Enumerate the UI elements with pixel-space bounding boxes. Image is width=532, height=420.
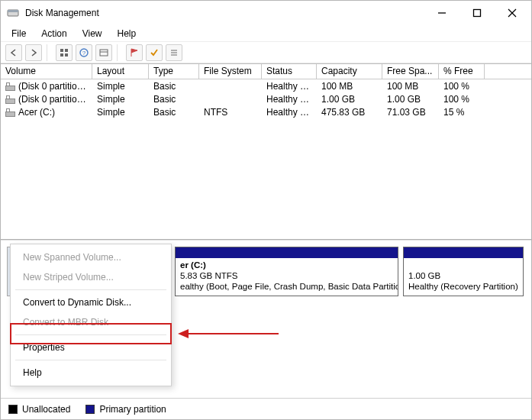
partition-size: 1.00 GB	[408, 271, 440, 280]
window-title: Disk Management	[25, 8, 99, 18]
cell-type: Basic	[149, 94, 199, 105]
legend-primary: Primary partition	[85, 404, 166, 415]
toolbar-view-icon[interactable]	[56, 44, 73, 61]
partition-title: er (C:)	[180, 260, 206, 270]
disk-graphic-area: er (C:) 5.83 GB NTFS ealthy (Boot, Page …	[1, 240, 531, 419]
partition-body: 1.00 GB Healthy (Recovery Partition)	[404, 258, 523, 296]
svg-rect-9	[65, 53, 68, 57]
menu-new-spanned[interactable]: New Spanned Volume...	[11, 247, 171, 267]
back-button[interactable]	[5, 44, 22, 61]
cell-pct: 100 %	[439, 94, 485, 105]
cell-layout: Simple	[92, 81, 149, 92]
cell-volume: (Disk 0 partition 1)	[18, 81, 92, 92]
toolbar-separator	[117, 44, 121, 61]
toolbar-check-icon[interactable]	[146, 44, 163, 61]
cell-type: Basic	[149, 107, 199, 118]
legend-swatch-blue	[85, 405, 95, 414]
svg-text:?: ?	[82, 50, 86, 57]
partition-status: Healthy (Recovery Partition)	[408, 282, 518, 291]
menu-help[interactable]: Help	[111, 27, 143, 40]
toolbar-settings-icon[interactable]	[95, 44, 112, 61]
table-row[interactable]: (Disk 0 partition 4) Simple Basic Health…	[1, 92, 531, 105]
cell-volume: Acer (C:)	[18, 107, 55, 118]
cell-free: 1.00 GB	[382, 94, 439, 105]
menu-view[interactable]: View	[76, 27, 108, 40]
menu-convert-dynamic[interactable]: Convert to Dynamic Disk...	[11, 292, 171, 312]
maximize-button[interactable]	[459, 1, 495, 25]
arrow-head-icon	[178, 329, 189, 338]
col-freespace[interactable]: Free Spa...	[382, 64, 439, 79]
col-filesystem[interactable]: File System	[199, 64, 262, 79]
forward-button[interactable]	[25, 44, 42, 61]
col-status[interactable]: Status	[262, 64, 317, 79]
title-bar: Disk Management	[1, 1, 531, 25]
partition-header	[404, 247, 523, 258]
cell-layout: Simple	[92, 107, 149, 118]
toolbar-flag-icon[interactable]	[126, 44, 143, 61]
partition-box-main[interactable]: er (C:) 5.83 GB NTFS ealthy (Boot, Page …	[175, 247, 398, 296]
cell-pct: 15 %	[439, 107, 485, 118]
legend-swatch-black	[8, 405, 18, 414]
cell-type: Basic	[149, 81, 199, 92]
volume-icon	[5, 82, 15, 91]
cell-fs: NTFS	[199, 107, 262, 118]
legend-label: Primary partition	[99, 404, 166, 415]
partition-header	[176, 247, 398, 258]
partition-box-recovery[interactable]: 1.00 GB Healthy (Recovery Partition)	[403, 247, 524, 296]
legend-label: Unallocated	[22, 404, 70, 415]
col-volume[interactable]: Volume	[1, 64, 92, 79]
cell-capacity: 475.83 GB	[317, 107, 382, 118]
col-layout[interactable]: Layout	[92, 64, 149, 79]
col-capacity[interactable]: Capacity	[317, 64, 382, 79]
menu-action[interactable]: Action	[35, 27, 73, 40]
partition-size: 5.83 GB NTFS	[180, 271, 237, 280]
menu-bar: File Action View Help	[1, 25, 531, 42]
column-headers: Volume Layout Type File System Status Ca…	[1, 64, 531, 79]
volume-icon	[5, 108, 15, 117]
menu-help[interactable]: Help	[11, 363, 171, 383]
svg-rect-7	[65, 49, 68, 52]
cell-volume: (Disk 0 partition 4)	[18, 94, 92, 105]
menu-separator	[15, 360, 166, 360]
col-pctfree[interactable]: % Free	[439, 64, 485, 79]
app-icon	[7, 7, 19, 19]
cell-capacity: 1.00 GB	[317, 94, 382, 105]
svg-rect-3	[474, 10, 481, 17]
menu-separator	[15, 289, 166, 290]
minimize-button[interactable]	[424, 1, 459, 25]
legend: Unallocated Primary partition	[1, 398, 531, 419]
svg-rect-1	[8, 10, 18, 12]
cell-free: 100 MB	[382, 81, 439, 92]
cell-layout: Simple	[92, 94, 149, 105]
partition-status: ealthy (Boot, Page File, Crash Dump, Bas…	[180, 282, 398, 291]
menu-file[interactable]: File	[5, 27, 32, 40]
close-button[interactable]	[495, 1, 530, 25]
svg-rect-6	[60, 49, 63, 52]
cell-free: 71.03 GB	[382, 107, 439, 118]
context-menu: New Spanned Volume... New Striped Volume…	[10, 244, 172, 386]
cell-status: Healthy (B...	[262, 107, 317, 118]
volume-icon	[5, 95, 15, 104]
arrow-annotation	[178, 329, 279, 338]
table-row[interactable]: Acer (C:) Simple Basic NTFS Healthy (B..…	[1, 105, 531, 118]
volume-list: Volume Layout Type File System Status Ca…	[1, 64, 531, 240]
window: Disk Management File Action View Help ? …	[0, 0, 532, 420]
arrow-line	[189, 333, 279, 334]
menu-convert-mbr[interactable]: Convert to MBR Disk	[11, 312, 171, 332]
menu-properties[interactable]: Properties	[11, 338, 171, 357]
svg-rect-12	[100, 50, 108, 56]
cell-status: Healthy (E...	[262, 81, 317, 92]
content-area: Volume Layout Type File System Status Ca…	[1, 63, 531, 419]
partition-body: er (C:) 5.83 GB NTFS ealthy (Boot, Page …	[176, 258, 398, 296]
toolbar: ?	[1, 42, 531, 63]
cell-pct: 100 %	[439, 81, 485, 92]
table-row[interactable]: (Disk 0 partition 1) Simple Basic Health…	[1, 79, 531, 92]
menu-new-striped[interactable]: New Striped Volume...	[11, 267, 171, 287]
toolbar-list-icon[interactable]	[166, 44, 182, 61]
menu-separator	[15, 334, 166, 335]
col-type[interactable]: Type	[149, 64, 199, 79]
toolbar-help-icon[interactable]: ?	[76, 44, 92, 61]
volume-rows: (Disk 0 partition 1) Simple Basic Health…	[1, 79, 531, 239]
cell-capacity: 100 MB	[317, 81, 382, 92]
cell-status: Healthy (R...	[262, 94, 317, 105]
